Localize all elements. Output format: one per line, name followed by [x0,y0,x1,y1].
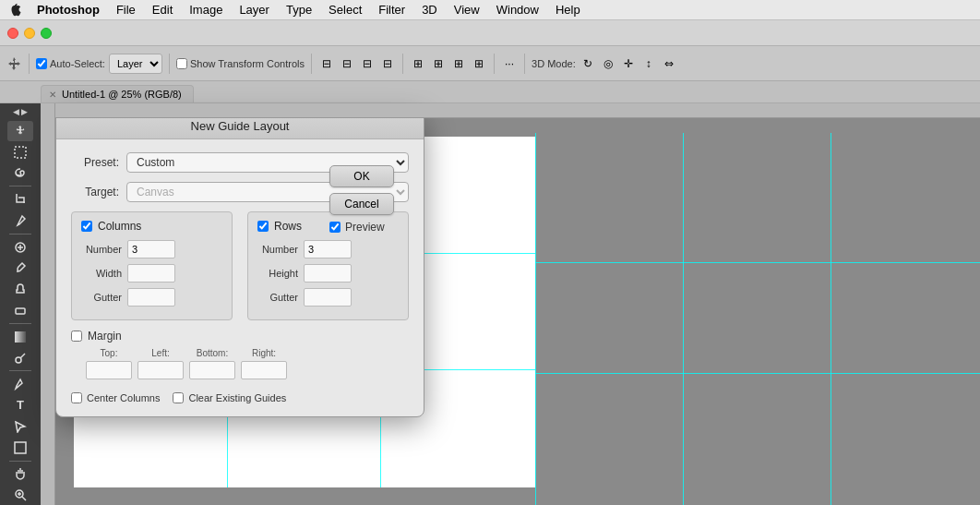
menubar-type[interactable]: Type [279,1,319,18]
panel-expand-icon[interactable]: ▶ [21,107,28,116]
ok-button[interactable]: OK [329,165,394,187]
tool-marquee[interactable] [7,142,33,162]
margin-top-col: Top: [86,348,132,379]
more-options-icon[interactable]: ··· [501,55,518,72]
maximize-button[interactable] [41,28,52,39]
preview-checkbox[interactable] [329,222,341,233]
dialog-buttons: OK Cancel Preview [329,165,394,234]
menubar-filter[interactable]: Filter [371,1,412,18]
menubar-image[interactable]: Image [182,1,230,18]
panel-collapse-icon[interactable]: ◀ [13,107,19,116]
toolbar-sep-3 [311,54,312,74]
tool-lasso[interactable] [7,163,33,184]
center-columns-text: Center Columns [87,392,160,403]
margin-left-input[interactable] [137,361,184,379]
distribute-1-icon[interactable]: ⊞ [410,55,426,72]
minimize-button[interactable] [24,28,35,39]
tool-pen[interactable] [7,374,33,394]
tool-sep-4 [9,370,31,371]
tool-zoom[interactable] [7,485,33,505]
3d-roll-icon[interactable]: ◎ [600,55,616,72]
svg-line-6 [20,354,25,358]
tool-brush[interactable] [7,259,33,279]
menubar: Photoshop File Edit Image Layer Type Sel… [0,0,980,20]
tool-hand[interactable] [7,463,33,484]
row-gutter-input[interactable] [304,288,352,307]
margin-right-label: Right: [252,348,276,358]
margin-checkbox[interactable] [71,331,82,342]
margin-bottom-input[interactable] [189,361,235,379]
menubar-edit[interactable]: Edit [145,1,180,18]
distribute-2-icon[interactable]: ⊞ [430,55,447,72]
dialog-inner: OK Cancel Preview Preset: Custom [71,152,409,403]
3d-scale-icon[interactable]: ⇔ [661,55,677,72]
menubar-select[interactable]: Select [321,1,369,18]
tool-stamp[interactable] [7,279,33,299]
center-columns-checkbox[interactable] [71,392,82,403]
svg-rect-7 [15,442,26,453]
columns-checkbox[interactable] [81,221,92,232]
tool-crop[interactable] [7,189,33,210]
tool-path-select[interactable] [7,416,33,437]
guide-v5 [831,133,831,505]
menubar-file[interactable]: File [109,1,143,18]
guide-v3 [535,133,536,505]
menubar-window[interactable]: Window [489,1,546,18]
columns-header: Columns [81,220,222,233]
row-number-input[interactable] [304,240,352,259]
margin-top-input[interactable] [86,361,132,379]
margin-top-label: Top: [101,348,118,358]
row-gutter-label: Gutter [257,292,298,303]
margin-left-col: Left: [137,348,184,379]
tool-eraser[interactable] [7,300,33,320]
menubar-3d[interactable]: 3D [414,1,445,18]
tool-gradient[interactable] [7,327,33,347]
tool-sep-2 [9,234,31,234]
tool-move[interactable] [7,121,33,141]
toolbar-sep-1 [29,54,30,74]
align-left-icon[interactable]: ⊟ [318,55,335,72]
menubar-view[interactable]: View [447,1,487,18]
col-gutter-row: Gutter [81,288,222,307]
clear-guides-checkbox[interactable] [173,392,184,403]
menubar-layer[interactable]: Layer [232,1,277,18]
margin-bottom-col: Bottom: [189,348,235,379]
3d-pan-icon[interactable]: ✛ [620,55,637,72]
tool-spot-heal[interactable] [7,237,33,258]
col-width-input[interactable] [127,264,175,283]
tool-dodge[interactable] [7,348,33,368]
margin-right-input[interactable] [241,361,287,379]
align-top-icon[interactable]: ⊟ [379,55,396,72]
tab-close-icon[interactable]: ✕ [49,90,56,100]
ruler-vertical [41,103,55,505]
autoselect-checkbox[interactable] [36,58,47,69]
tools-sidebar: ◀ ▶ [0,103,41,505]
apple-menu[interactable] [7,3,22,18]
document-tab[interactable]: ✕ Untitled-1 @ 25% (RGB/8) [41,85,194,102]
col-gutter-input[interactable] [127,288,175,307]
tab-title: Untitled-1 @ 25% (RGB/8) [62,89,182,100]
menubar-photoshop[interactable]: Photoshop [30,1,107,18]
align-center-icon[interactable]: ⊟ [339,55,355,72]
cancel-button[interactable]: Cancel [329,193,394,215]
autoselect-dropdown[interactable]: Layer [109,54,162,74]
tool-text[interactable]: T [7,395,33,415]
svg-rect-4 [15,331,26,343]
tool-eyedropper[interactable] [7,210,33,231]
menubar-help[interactable]: Help [548,1,588,18]
col-number-input[interactable] [127,240,175,259]
distribute-3-icon[interactable]: ⊞ [450,55,467,72]
3d-slide-icon[interactable]: ↕ [640,55,657,72]
align-right-icon[interactable]: ⊟ [359,55,376,72]
show-transform-checkbox[interactable] [176,58,187,69]
distribute-4-icon[interactable]: ⊞ [471,55,487,72]
tool-shape[interactable] [7,438,33,458]
close-button[interactable] [7,28,18,39]
move-tool-icon[interactable] [6,55,22,72]
new-guide-layout-dialog: New Guide Layout OK Cancel Preview [55,113,424,417]
rows-checkbox[interactable] [257,221,269,232]
3d-rotate-icon[interactable]: ↻ [580,55,596,72]
row-height-input[interactable] [304,264,352,283]
row-number-row: Number [257,240,399,259]
guide-h4 [535,373,980,374]
